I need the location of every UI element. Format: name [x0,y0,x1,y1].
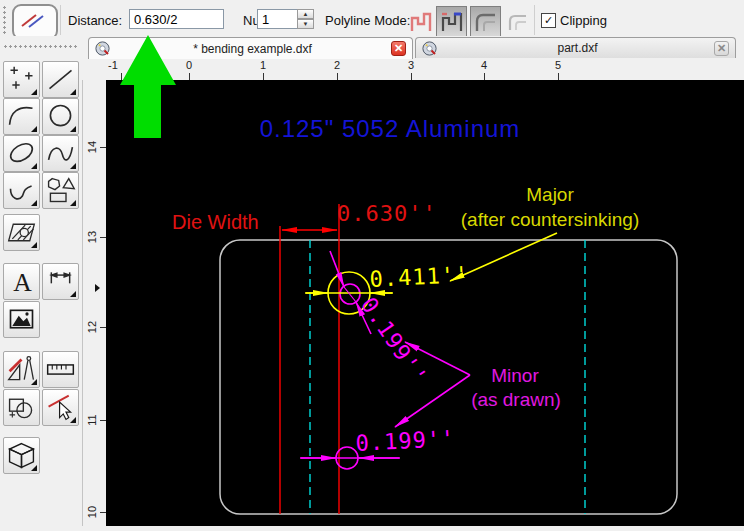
submenu-indicator [70,126,76,132]
number-input[interactable] [257,9,298,29]
submenu-indicator [70,291,76,297]
hruler-label: 0 [177,59,201,71]
vruler-label: 14 [86,136,100,158]
svg-text:A: A [13,268,32,297]
minor-label-line1: Minor [491,365,539,386]
tabbar-grip[interactable] [3,44,79,49]
minor-top-dim-value: 0.199'' [356,293,432,390]
tab-title: part.dxf [441,41,714,55]
polyline-step-blue-icon [440,10,464,34]
submenu-indicator [31,200,37,206]
toolbar-separator [60,5,61,35]
polyline-mode-arc-button[interactable] [470,6,501,37]
major-label-line1: Major [526,184,574,205]
submenu-indicator [70,163,76,169]
submenu-indicator [70,417,76,423]
tool-edit-shapes-button[interactable] [3,389,40,426]
hruler-label: 5 [546,59,570,71]
parallel-tool-button[interactable] [12,4,58,40]
bottom-strip [82,526,744,531]
minor-top-dim-mid [344,287,356,302]
minor-leader-bottom [395,375,470,427]
minor-bottom-dim-value: 0.199'' [355,426,456,456]
die-width-value: 0.630'' [337,201,437,226]
annotation-arrow-icon [110,30,180,142]
submenu-indicator [31,89,37,95]
tool-text-button[interactable]: A [3,263,40,300]
tool-polyline-button[interactable] [3,172,40,209]
tool-box3d-button[interactable] [3,437,40,474]
rounded-corner-light-icon [506,10,530,34]
tool-line-button[interactable] [42,61,79,98]
tool-arc-button[interactable] [3,98,40,135]
horizontal-ruler: -1 0 1 2 3 4 5 [82,58,744,80]
vertical-ruler: 14 13 12 11 10 [82,80,106,526]
parallel-lines-icon [14,6,52,34]
qcad-app-icon [422,41,437,56]
clipping-label: Clipping [560,0,607,40]
polyline-mode-append-button[interactable] [405,6,436,37]
number-spinner: ▲ ▼ [297,9,314,29]
tab-close-button[interactable]: ✕ [714,41,729,56]
text-icon: A [5,265,38,298]
tool-hatch-button[interactable] [3,214,40,251]
minor-label-line2: (as drawn) [471,389,561,410]
clipping-checkbox[interactable]: ✓ [541,13,556,28]
tool-spline-button[interactable] [42,135,79,172]
vruler-label: 12 [86,316,100,338]
vruler-label: 11 [86,409,100,431]
tool-ellipse-button[interactable] [3,135,40,172]
distance-input[interactable] [129,9,224,29]
tool-select-button[interactable] [42,389,79,426]
hruler-tick [189,73,190,80]
tool-modify-button[interactable] [3,351,40,388]
polyline-mode-arc2-button[interactable] [502,6,533,37]
hruler-tick [484,73,485,80]
major-label-line2: (after countersinking) [461,209,639,230]
rounded-corner-icon [473,9,499,35]
hruler-tick [411,73,412,80]
submenu-indicator [31,465,37,471]
checkmark-icon: ✓ [544,15,553,26]
image-icon [5,303,38,336]
drawing-viewport[interactable]: Die Width 0.630'' 0.411'' Major (after c… [106,80,744,526]
hruler-label: 3 [399,59,423,71]
ruler-icon [44,353,77,386]
hruler-tick [558,73,559,80]
material-title: 0.125" 5052 Aluminum [260,115,521,142]
polyline-mode-segment-button[interactable] [436,6,467,37]
toolbar-separator [534,5,535,35]
tool-image-button[interactable] [3,301,40,338]
rect-circle-icon [5,391,38,424]
submenu-indicator [31,126,37,132]
tool-measure-button[interactable] [42,351,79,388]
die-width-label: Die Width [172,211,259,233]
major-dim-value: 0.411'' [369,262,470,292]
hruler-tick [337,73,338,80]
hruler-label: 2 [325,59,349,71]
vruler-position-marker [95,284,100,292]
submenu-indicator [31,379,37,385]
qcad-app-icon [95,41,110,56]
submenu-indicator [31,163,37,169]
vruler-label: 10 [86,501,100,523]
tool-shapes-button[interactable] [42,172,79,209]
tab-part[interactable]: part.dxf ✕ [415,37,736,58]
hruler-tick [263,73,264,80]
spin-down-button[interactable]: ▼ [297,19,314,29]
submenu-indicator [70,200,76,206]
tool-points-button[interactable] [3,61,40,98]
tool-dimension-button[interactable] [42,263,79,300]
polyline-mode-label: Polyline Mode: [325,0,410,40]
spin-up-button[interactable]: ▲ [297,9,314,19]
hruler-label: 1 [251,59,275,71]
qcad-window: Distance: Number: ▲ ▼ Polyline Mode: [0,0,744,531]
vruler-label: 13 [86,226,100,248]
cad-drawing: Die Width 0.630'' 0.411'' Major (after c… [106,80,744,526]
polyline-step-red-icon [409,10,433,34]
tab-close-button[interactable]: ✕ [391,41,406,56]
submenu-indicator [31,242,37,248]
tool-circle-button[interactable] [42,98,79,135]
submenu-indicator [70,89,76,95]
toolbar-grip[interactable] [2,5,7,35]
